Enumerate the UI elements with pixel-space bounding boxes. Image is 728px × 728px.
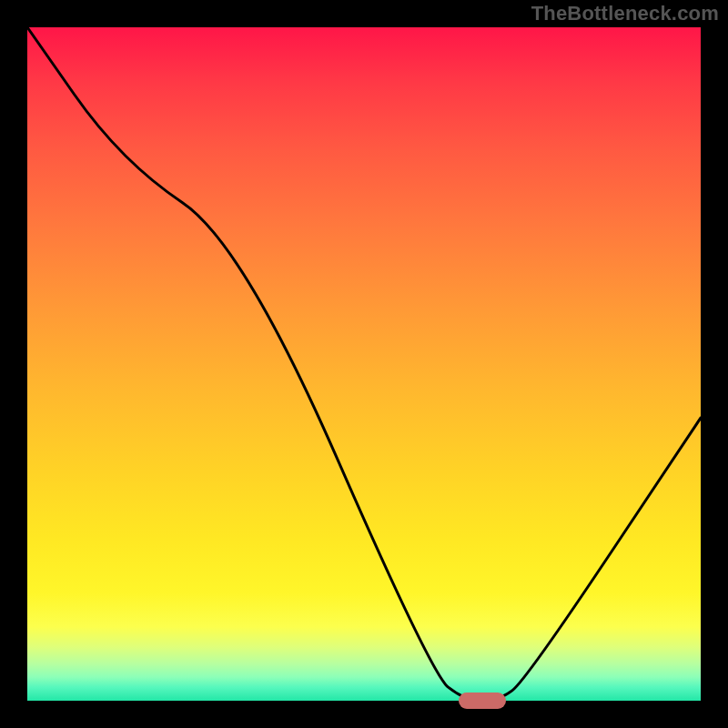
optimal-marker [459, 693, 506, 709]
watermark-text: TheBottleneck.com [531, 2, 719, 25]
plot-area [27, 27, 701, 701]
curve-path [27, 27, 701, 701]
bottleneck-curve [27, 27, 701, 701]
chart-frame: TheBottleneck.com [0, 0, 728, 728]
